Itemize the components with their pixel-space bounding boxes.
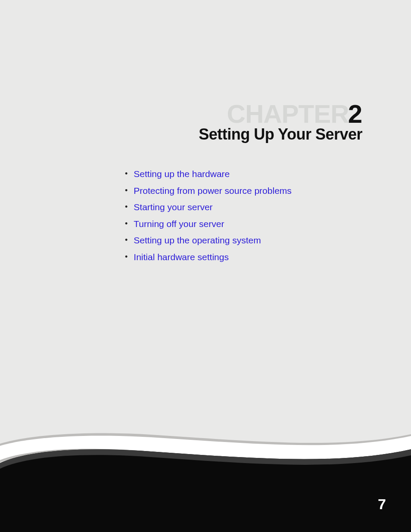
toc-link-power[interactable]: Protecting from power source problems	[134, 184, 292, 198]
bullet-icon: •	[125, 201, 128, 213]
toc-link-starting[interactable]: Starting your server	[134, 200, 212, 214]
chapter-number: 2	[348, 100, 362, 128]
chapter-title: Setting Up Your Server	[199, 125, 362, 143]
page-footer-wave	[0, 403, 411, 532]
page-number: 7	[378, 496, 386, 513]
bullet-icon: •	[125, 234, 128, 246]
bullet-icon: •	[125, 168, 128, 180]
toc-item: • Setting up the hardware	[125, 167, 292, 181]
toc-link-turning-off[interactable]: Turning off your server	[134, 217, 224, 231]
toc-link-hardware[interactable]: Setting up the hardware	[134, 167, 230, 181]
toc-item: • Protecting from power source problems	[125, 184, 292, 198]
toc-item: • Starting your server	[125, 200, 292, 214]
toc-item: • Turning off your server	[125, 217, 292, 231]
bullet-icon: •	[125, 251, 128, 263]
table-of-contents: • Setting up the hardware • Protecting f…	[125, 167, 292, 267]
bullet-icon: •	[125, 218, 128, 230]
toc-link-os[interactable]: Setting up the operating system	[134, 233, 261, 247]
chapter-heading: CHAPTER2 Setting Up Your Server	[199, 99, 362, 143]
toc-link-initial[interactable]: Initial hardware settings	[134, 250, 229, 264]
toc-item: • Initial hardware settings	[125, 250, 292, 264]
bullet-icon: •	[125, 185, 128, 196]
chapter-label: CHAPTER	[227, 100, 349, 128]
toc-item: • Setting up the operating system	[125, 233, 292, 247]
